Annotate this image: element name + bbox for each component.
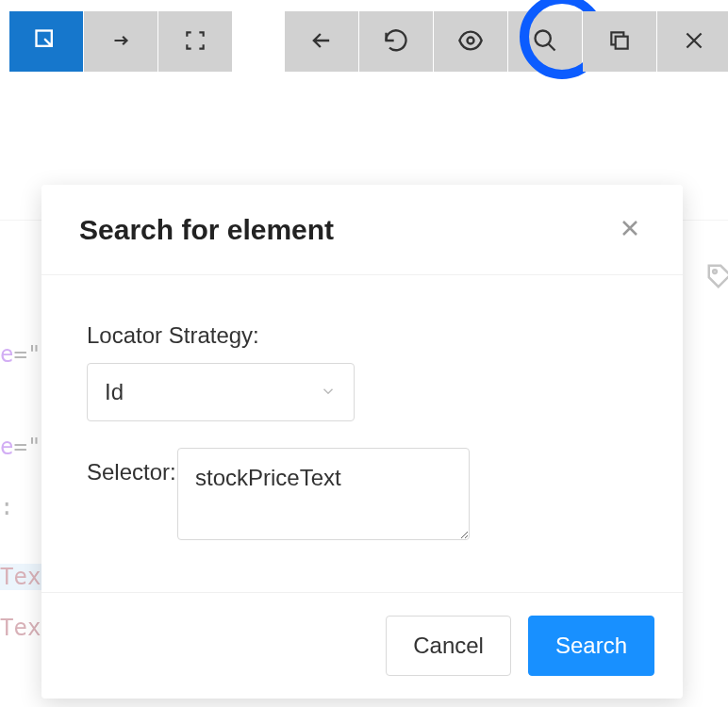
locator-strategy-label: Locator Strategy:: [87, 318, 271, 354]
fullscreen-button[interactable]: [158, 11, 232, 72]
arrow-left-icon: [308, 27, 335, 57]
copy-icon: [607, 28, 632, 56]
select-element-icon: [33, 27, 59, 57]
close-toolbar-button[interactable]: [657, 11, 728, 72]
search-submit-button[interactable]: Search: [528, 616, 654, 676]
arrow-right-icon: [108, 28, 133, 56]
toolbar: [0, 0, 728, 92]
modal-header: Search for element: [41, 185, 683, 275]
x-icon: [682, 28, 706, 56]
modal-title: Search for element: [79, 214, 334, 246]
locator-strategy-select[interactable]: Id: [87, 363, 355, 421]
fullscreen-icon: [183, 28, 207, 56]
svg-rect-3: [616, 36, 628, 48]
modal-footer: Cancel Search: [41, 592, 683, 699]
locator-strategy-row: Locator Strategy:: [87, 318, 637, 354]
locator-strategy-value: Id: [105, 379, 124, 405]
back-button[interactable]: [285, 11, 358, 72]
selector-label: Selector:: [87, 448, 177, 497]
svg-point-1: [468, 37, 474, 43]
toolbar-group-left: [9, 11, 232, 72]
chevron-down-icon: [320, 379, 337, 405]
eye-icon: [457, 27, 484, 57]
visibility-button[interactable]: [434, 11, 507, 72]
copy-button[interactable]: [583, 11, 656, 72]
modal-body: Locator Strategy: Id Selector: stockPric…: [41, 275, 683, 592]
toolbar-group-right: [285, 11, 728, 72]
selector-input[interactable]: stockPriceText: [177, 448, 470, 540]
refresh-button[interactable]: [359, 11, 433, 72]
cancel-button[interactable]: Cancel: [386, 616, 511, 676]
svg-point-2: [536, 30, 551, 45]
search-element-modal: Search for element Locator Strategy: Id …: [41, 185, 683, 699]
swipe-button[interactable]: [84, 11, 157, 72]
search-icon: [532, 27, 558, 57]
modal-close-button[interactable]: [615, 213, 645, 246]
close-icon: [619, 217, 641, 242]
select-element-button[interactable]: [9, 11, 83, 72]
refresh-icon: [383, 27, 409, 57]
search-button[interactable]: [508, 11, 582, 72]
